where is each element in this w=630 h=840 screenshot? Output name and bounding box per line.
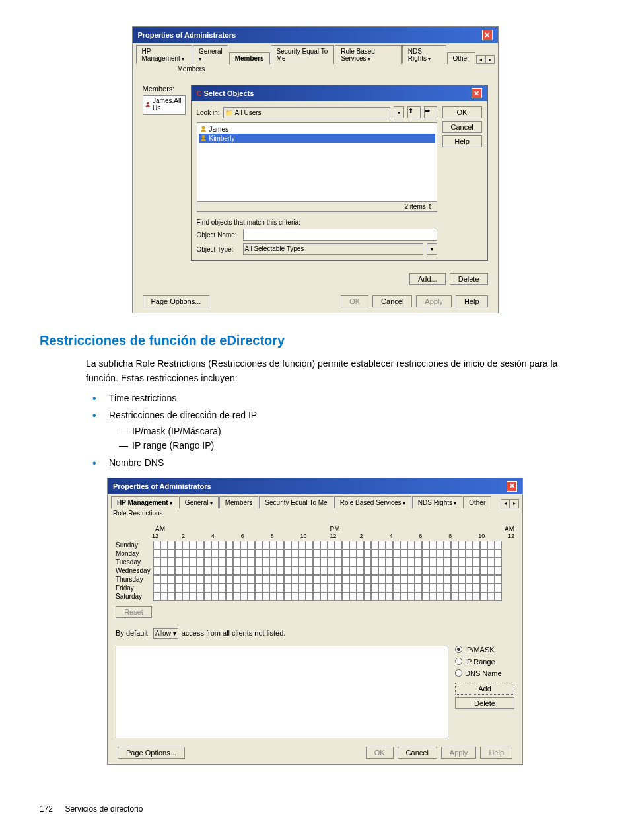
time-cell[interactable] [197,541,204,549]
tab-other[interactable]: Other [447,52,475,64]
time-cell[interactable] [364,584,371,592]
time-cell[interactable] [182,541,190,549]
time-cell[interactable] [204,584,211,592]
time-cell[interactable] [313,584,320,592]
tab-nds-rights[interactable]: NDS Rights [402,45,446,64]
time-cell[interactable] [451,592,458,601]
reset-button[interactable]: Reset [116,606,152,618]
close-icon[interactable]: ✕ [482,30,493,40]
time-cell[interactable] [291,584,298,592]
time-cell[interactable] [291,592,298,601]
time-cell[interactable] [335,584,342,592]
time-cell[interactable] [226,575,233,584]
time-cell[interactable] [175,584,182,592]
time-cell[interactable] [371,575,378,584]
time-cell[interactable] [291,566,298,575]
time-cell[interactable] [328,549,335,558]
time-cell[interactable] [386,558,393,566]
time-cell[interactable] [480,558,487,566]
time-cell[interactable] [437,541,444,549]
time-cell[interactable] [378,541,386,549]
time-cell[interactable] [473,592,480,601]
time-cell[interactable] [255,566,262,575]
time-cell[interactable] [219,541,226,549]
time-cell[interactable] [357,541,364,549]
time-cell[interactable] [248,592,255,601]
time-cell[interactable] [458,592,466,601]
time-cell[interactable] [444,575,451,584]
list-item-selected[interactable]: Kimberly [199,134,435,143]
radio-ipmask[interactable]: IP/MASK [455,646,514,654]
time-cell[interactable] [320,575,328,584]
time-cell[interactable] [313,575,320,584]
time-cell[interactable] [219,558,226,566]
help-button[interactable]: Help [456,295,488,307]
time-cell[interactable] [458,558,466,566]
scroll-right-icon[interactable]: ▸ [485,55,495,64]
radio-dnsname[interactable]: DNS Name [455,669,514,677]
time-cell[interactable] [277,592,284,601]
time-cell[interactable] [306,584,313,592]
time-cell[interactable] [437,558,444,566]
time-cell[interactable] [277,541,284,549]
time-cell[interactable] [233,575,240,584]
tab-security[interactable]: Security Equal To Me [259,496,333,508]
add-button[interactable]: Add [455,683,514,695]
ok-button[interactable]: OK [442,106,482,118]
time-cell[interactable] [175,541,182,549]
time-cell[interactable] [371,549,378,558]
time-cell[interactable] [211,575,219,584]
time-cell[interactable] [429,549,437,558]
time-cell[interactable] [277,584,284,592]
time-cell[interactable] [153,566,160,575]
time-cell[interactable] [284,592,291,601]
time-cell[interactable] [262,566,269,575]
time-cell[interactable] [291,558,298,566]
time-cell[interactable] [168,584,175,592]
time-cell[interactable] [153,592,160,601]
time-cell[interactable] [393,549,400,558]
object-list[interactable]: James Kimberly [197,122,437,202]
time-cell[interactable] [466,541,473,549]
time-cell[interactable] [168,575,175,584]
time-cell[interactable] [335,549,342,558]
time-cell[interactable] [153,549,160,558]
time-cell[interactable] [262,549,269,558]
time-cell[interactable] [240,592,248,601]
time-cell[interactable] [298,592,306,601]
time-cell[interactable] [269,558,277,566]
close-icon[interactable]: ✕ [472,88,482,98]
time-cell[interactable] [284,549,291,558]
time-cell[interactable] [451,558,458,566]
time-cell[interactable] [190,558,197,566]
time-cell[interactable] [298,575,306,584]
time-cell[interactable] [211,592,219,601]
time-cell[interactable] [291,575,298,584]
time-cell[interactable] [429,566,437,575]
time-cell[interactable] [298,584,306,592]
time-cell[interactable] [422,575,429,584]
time-cell[interactable] [197,584,204,592]
time-cell[interactable] [197,575,204,584]
time-cell[interactable] [269,541,277,549]
time-cell[interactable] [262,541,269,549]
time-cell[interactable] [248,541,255,549]
time-cell[interactable] [306,541,313,549]
time-cell[interactable] [298,541,306,549]
time-cell[interactable] [255,592,262,601]
time-cell[interactable] [458,575,466,584]
apply-button[interactable]: Apply [441,747,477,759]
time-cell[interactable] [458,584,466,592]
time-cell[interactable] [160,575,168,584]
time-cell[interactable] [320,584,328,592]
time-cell[interactable] [211,566,219,575]
time-cell[interactable] [219,584,226,592]
time-cell[interactable] [378,575,386,584]
time-cell[interactable] [357,584,364,592]
time-cell[interactable] [160,566,168,575]
radio-iprange[interactable]: IP Range [455,658,514,666]
time-cell[interactable] [437,566,444,575]
time-cell[interactable] [291,549,298,558]
time-cell[interactable] [211,584,219,592]
time-cell[interactable] [458,566,466,575]
